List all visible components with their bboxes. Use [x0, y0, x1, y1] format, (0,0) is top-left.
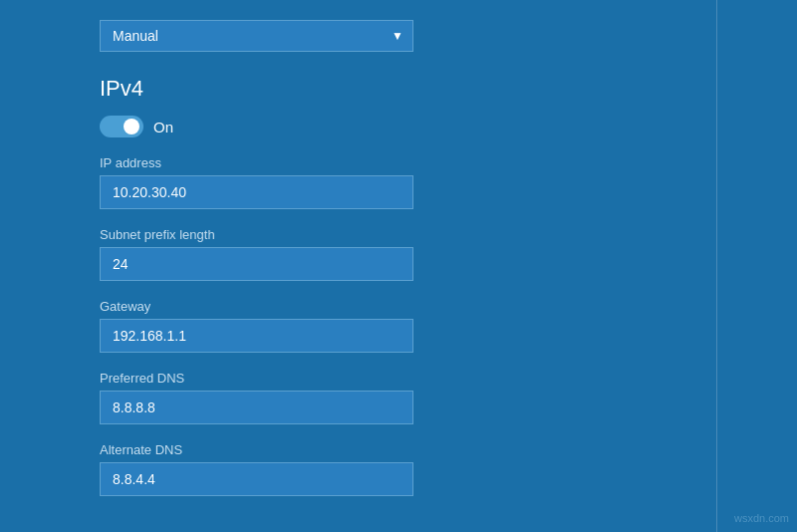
- label-gateway: Gateway: [100, 299, 697, 314]
- dropdown-wrapper: Manual Automatic (DHCP) ▼: [100, 20, 697, 52]
- field-group-ip-address: IP address: [100, 155, 697, 209]
- ipv4-toggle[interactable]: [100, 116, 143, 137]
- field-group-alternate-dns: Alternate DNS: [100, 442, 697, 496]
- fields-container: IP addressSubnet prefix lengthGatewayPre…: [100, 155, 697, 496]
- input-ip-address[interactable]: [100, 175, 413, 209]
- label-preferred-dns: Preferred DNS: [100, 371, 697, 386]
- input-subnet-prefix[interactable]: [100, 247, 413, 281]
- input-preferred-dns[interactable]: [100, 391, 413, 424]
- input-gateway[interactable]: [100, 319, 413, 353]
- field-group-gateway: Gateway: [100, 299, 697, 353]
- label-ip-address: IP address: [100, 155, 697, 170]
- dropdown-container: Manual Automatic (DHCP) ▼: [100, 20, 413, 52]
- label-alternate-dns: Alternate DNS: [100, 442, 697, 457]
- manual-dropdown[interactable]: Manual Automatic (DHCP): [100, 20, 413, 52]
- label-subnet-prefix: Subnet prefix length: [100, 227, 697, 242]
- field-group-preferred-dns: Preferred DNS: [100, 371, 697, 424]
- vertical-divider: [716, 0, 717, 532]
- toggle-label: On: [153, 119, 173, 135]
- toggle-row: On: [100, 116, 697, 137]
- main-container: Manual Automatic (DHCP) ▼ IPv4 On IP add…: [0, 0, 797, 532]
- field-group-subnet-prefix: Subnet prefix length: [100, 227, 697, 281]
- section-title: IPv4: [100, 76, 697, 102]
- input-alternate-dns[interactable]: [100, 462, 413, 496]
- watermark: wsxdn.com: [734, 512, 789, 524]
